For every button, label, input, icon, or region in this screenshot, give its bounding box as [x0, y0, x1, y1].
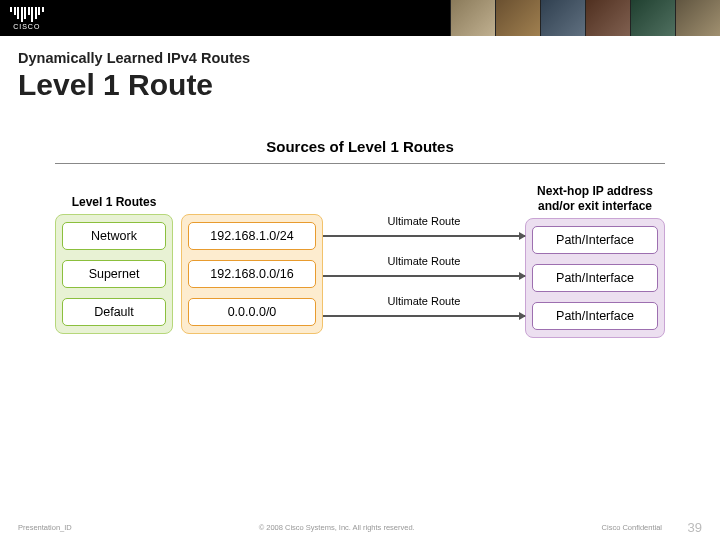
prefix-group: 192.168.1.0/24 192.168.0.0/16 0.0.0.0/0: [181, 214, 323, 334]
photo-strip: [450, 0, 720, 36]
logo-bars-icon: [10, 7, 44, 22]
arrow-label: Ultimate Route: [384, 215, 465, 227]
level1-routes-group: Network Supernet Default: [55, 214, 173, 334]
prefix-box: 0.0.0.0/0: [188, 298, 316, 326]
nexthop-box: Path/Interface: [532, 264, 658, 292]
right-column-heading: Next-hop IP address and/or exit interfac…: [525, 184, 665, 218]
arrow-icon: [323, 275, 525, 277]
route-type-box: Supernet: [62, 260, 166, 288]
arrow-row: Ultimate Route: [323, 261, 525, 291]
arrow-label: Ultimate Route: [384, 295, 465, 307]
route-type-box: Default: [62, 298, 166, 326]
prefix-box: 192.168.1.0/24: [188, 222, 316, 250]
nexthop-box: Path/Interface: [532, 226, 658, 254]
diagram-rule: [55, 163, 665, 164]
arrow-icon: [323, 235, 525, 237]
diagram: Sources of Level 1 Routes Level 1 Routes…: [55, 138, 665, 338]
prefix-box: 192.168.0.0/16: [188, 260, 316, 288]
confidential-text: Cisco Confidential: [602, 523, 662, 532]
page-number: 39: [688, 520, 702, 535]
arrow-icon: [323, 315, 525, 317]
diagram-title: Sources of Level 1 Routes: [55, 138, 665, 155]
top-bar: CISCO: [0, 0, 720, 36]
copyright-text: © 2008 Cisco Systems, Inc. All rights re…: [72, 523, 602, 532]
arrow-column: Ultimate Route Ultimate Route Ultimate R…: [323, 214, 525, 338]
presentation-id: Presentation_ID: [18, 523, 72, 532]
slide-header: Dynamically Learned IPv4 Routes Level 1 …: [0, 36, 720, 108]
arrow-row: Ultimate Route: [323, 221, 525, 251]
slide-title: Level 1 Route: [18, 68, 702, 102]
slide-footer: Presentation_ID © 2008 Cisco Systems, In…: [0, 523, 720, 532]
arrow-row: Ultimate Route: [323, 301, 525, 331]
nexthop-box: Path/Interface: [532, 302, 658, 330]
left-column-heading: Level 1 Routes: [55, 184, 173, 214]
route-type-box: Network: [62, 222, 166, 250]
nexthop-group: Path/Interface Path/Interface Path/Inter…: [525, 218, 665, 338]
cisco-logo: CISCO: [10, 7, 44, 30]
slide-subtitle: Dynamically Learned IPv4 Routes: [18, 50, 702, 66]
arrow-label: Ultimate Route: [384, 255, 465, 267]
